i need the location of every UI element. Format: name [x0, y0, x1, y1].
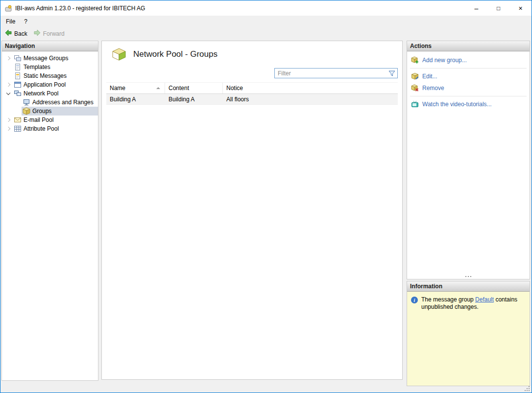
- forward-button[interactable]: Forward: [31, 28, 69, 39]
- column-header-content[interactable]: Content: [165, 83, 223, 93]
- tree-item-attribute-pool[interactable]: Attribute Pool: [2, 124, 98, 133]
- static-messages-icon: [14, 72, 22, 80]
- main-header: Network Pool - Groups: [102, 41, 402, 65]
- resize-grip[interactable]: [524, 385, 530, 391]
- information-header: Information: [407, 281, 530, 292]
- action-add-new-group[interactable]: Add new group...: [407, 54, 530, 66]
- tree-item-label: Application Pool: [24, 81, 66, 88]
- filter-box: [274, 68, 398, 78]
- email-pool-icon: [14, 116, 22, 124]
- forward-button-label: Forward: [43, 30, 65, 37]
- expand-expanded-icon[interactable]: [5, 90, 13, 97]
- tree-item-templates[interactable]: Templates: [2, 63, 98, 71]
- actions-panel: Actions Add new group... Edit...: [407, 41, 530, 279]
- expand-collapsed-icon[interactable]: [5, 54, 13, 62]
- menu-file[interactable]: File: [1, 17, 20, 26]
- actions-header: Actions: [407, 41, 530, 51]
- expander-placeholder: [5, 63, 13, 71]
- tree-item-label: Static Messages: [24, 72, 67, 79]
- filter-input[interactable]: [274, 68, 398, 78]
- filter-row: [102, 65, 402, 82]
- tree-item-static-messages[interactable]: Static Messages: [2, 71, 98, 80]
- tree-item-application-pool[interactable]: Application Pool: [2, 80, 98, 89]
- action-edit[interactable]: Edit...: [407, 70, 530, 82]
- cell-name: Building A: [106, 96, 165, 103]
- remove-group-icon: [411, 84, 419, 92]
- information-panel: Information i The message group Default …: [407, 281, 530, 386]
- tree-item-label: Attribute Pool: [24, 125, 59, 132]
- tree-item-label: Addresses and Ranges: [32, 99, 94, 106]
- table-row[interactable]: Building A Building A All floors: [106, 94, 398, 105]
- main-panel: Network Pool - Groups Name Content: [101, 41, 403, 380]
- attribute-pool-icon: [14, 125, 22, 133]
- info-icon: i: [411, 297, 418, 303]
- expand-collapsed-icon[interactable]: [5, 81, 13, 89]
- workspace: Navigation Message Groups: [1, 40, 531, 392]
- addresses-icon: [23, 98, 30, 106]
- templates-icon: [14, 63, 22, 71]
- maximize-button[interactable]: □: [487, 0, 509, 16]
- tv-icon: [411, 100, 419, 108]
- tree-item-label: Message Groups: [24, 55, 68, 62]
- groups-table: Name Content Notice Building A Building …: [106, 82, 398, 105]
- menubar: File ?: [0, 16, 532, 27]
- tree-item-label: E-mail Pool: [24, 116, 53, 123]
- actions-divider: [410, 68, 527, 69]
- information-message-prefix: The message group: [421, 296, 475, 303]
- action-label: Watch the video-tutorials...: [422, 101, 492, 108]
- panel-splitter-handle[interactable]: [465, 276, 471, 277]
- application-pool-icon: [14, 81, 22, 89]
- information-body: i The message group Default contains unp…: [407, 292, 530, 315]
- back-arrow-icon: [4, 29, 12, 38]
- table-header-row: Name Content Notice: [106, 82, 398, 94]
- tree-item-message-groups[interactable]: Message Groups: [2, 54, 98, 63]
- expand-collapsed-icon[interactable]: [5, 116, 13, 124]
- column-header-name[interactable]: Name: [106, 83, 165, 93]
- toolbar: Back Forward: [0, 27, 532, 40]
- action-remove[interactable]: Remove: [407, 82, 530, 94]
- cell-content: Building A: [165, 96, 223, 103]
- navigation-tree: Message Groups Templates: [2, 51, 98, 133]
- action-watch-tutorials[interactable]: Watch the video-tutorials...: [407, 98, 530, 110]
- actions-divider: [410, 96, 527, 96]
- cell-notice: All floors: [223, 96, 398, 103]
- edit-group-icon: [411, 72, 419, 80]
- app-icon: [4, 4, 12, 12]
- action-label: Remove: [422, 85, 444, 92]
- tree-item-addresses-and-ranges[interactable]: Addresses and Ranges: [2, 98, 98, 107]
- action-label: Add new group...: [422, 57, 467, 64]
- tree-item-label: Groups: [32, 108, 51, 115]
- default-group-link[interactable]: Default: [475, 296, 494, 303]
- navigation-header: Navigation: [2, 41, 98, 51]
- titlebar: IBI-aws Admin 1.23.0 - registered for IB…: [0, 0, 532, 16]
- tree-item-groups[interactable]: Groups: [2, 107, 98, 116]
- tree-item-network-pool[interactable]: Network Pool: [2, 89, 98, 98]
- message-groups-icon: [14, 54, 22, 62]
- expand-collapsed-icon[interactable]: [5, 125, 13, 133]
- network-pool-icon: [14, 90, 22, 97]
- information-message: The message group Default contains unpub…: [421, 296, 526, 311]
- navigation-panel: Navigation Message Groups: [1, 41, 98, 381]
- tree-item-label: Templates: [24, 64, 50, 70]
- groups-box-icon: [112, 47, 126, 61]
- forward-arrow-icon: [33, 29, 41, 38]
- tree-item-label: Network Pool: [24, 90, 58, 97]
- add-group-icon: [411, 56, 419, 64]
- action-list: Add new group... Edit... Remove: [407, 51, 530, 110]
- tree-item-email-pool[interactable]: E-mail Pool: [2, 116, 98, 124]
- column-header-notice[interactable]: Notice: [223, 83, 398, 93]
- filter-icon[interactable]: [388, 70, 395, 77]
- minimize-button[interactable]: –: [465, 0, 487, 16]
- app-window: IBI-aws Admin 1.23.0 - registered for IB…: [0, 0, 532, 393]
- groups-icon: [23, 107, 30, 115]
- back-button[interactable]: Back: [2, 28, 31, 39]
- column-header-name-label: Name: [110, 85, 125, 92]
- menu-help[interactable]: ?: [20, 17, 32, 26]
- sort-ascending-icon: [156, 87, 160, 89]
- window-title: IBI-aws Admin 1.23.0 - registered for IB…: [15, 5, 145, 12]
- close-button[interactable]: ×: [509, 0, 532, 16]
- action-label: Edit...: [422, 73, 437, 80]
- expander-placeholder: [5, 72, 13, 80]
- page-title: Network Pool - Groups: [133, 49, 218, 59]
- back-button-label: Back: [14, 30, 27, 37]
